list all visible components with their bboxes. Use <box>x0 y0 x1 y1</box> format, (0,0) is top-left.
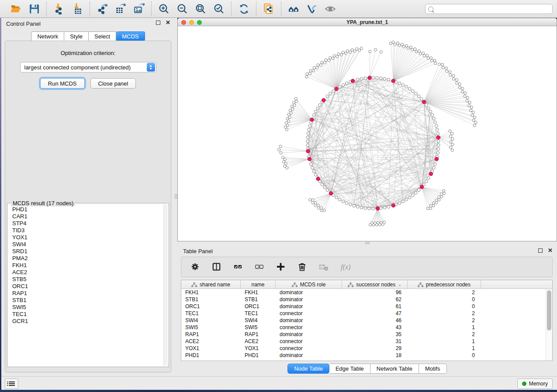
network-window-titlebar: YPA_prune.txt_1 <box>178 18 557 26</box>
zoom-out-icon[interactable] <box>176 3 188 15</box>
cell-mcds_role: dominator <box>276 331 342 338</box>
mcds-result-list[interactable]: PHD1CAR1STP4TID3YOX1SWI4SRD1PMA2FKH1ACE2… <box>8 206 163 366</box>
footer-tab-edge-table[interactable]: Edge Table <box>329 364 370 374</box>
vizmapper-icon[interactable] <box>306 3 318 15</box>
mcds-result-item[interactable]: GCR1 <box>8 318 163 325</box>
run-mcds-button[interactable]: Run MCDS <box>40 78 85 89</box>
window-zoom-icon[interactable] <box>197 20 202 25</box>
cell-shared_name: ACE2 <box>181 338 241 345</box>
table-toolbar: f(x) <box>181 257 553 277</box>
table-scrollbar-thumb[interactable] <box>547 290 551 330</box>
open-folder-icon[interactable] <box>10 3 22 15</box>
select-all-icon[interactable] <box>233 262 243 272</box>
table-row[interactable]: FKH1FKH1dominator962 <box>181 289 546 296</box>
table-row[interactable]: YOX1YOX1connector291 <box>181 345 546 352</box>
column-header-MCDS-role[interactable]: MCDS role <box>276 280 342 289</box>
tab-style[interactable]: Style <box>64 31 89 41</box>
cell-mcds_role: connector <box>276 345 342 352</box>
mcds-result-item[interactable]: YOX1 <box>8 234 163 241</box>
table-row[interactable]: TEC1TEC1connector472 <box>181 310 546 317</box>
table-row[interactable]: RAP1RAP1dominator352 <box>181 331 546 338</box>
column-header-shared-name[interactable]: shared name <box>181 280 241 289</box>
save-icon[interactable] <box>28 3 40 15</box>
cell-shared_name: TEC1 <box>181 310 241 317</box>
tab-mcds[interactable]: MCDS <box>116 31 145 41</box>
task-history-button[interactable] <box>5 378 18 389</box>
window-close-icon[interactable] <box>181 20 186 25</box>
add-icon[interactable] <box>276 262 286 272</box>
table-scrollbar[interactable] <box>546 289 552 361</box>
export-image-icon[interactable] <box>133 3 145 15</box>
column-header-successor-nodes[interactable]: successor nodes⌄ <box>342 280 408 289</box>
cell-predecessor_nodes: 0 <box>408 352 481 359</box>
cell-mcds_role: connector <box>276 324 342 331</box>
column-header-name[interactable]: name <box>241 280 276 289</box>
table-row[interactable]: ACE2ACE2connector311 <box>181 338 546 345</box>
search-network-icon[interactable] <box>287 3 300 15</box>
float-table-panel-icon[interactable] <box>538 248 543 253</box>
share-document-icon[interactable] <box>263 3 275 15</box>
application-window: Control Panel ✕ NetworkStyleSelectMCDS O… <box>0 0 557 392</box>
float-panel-icon[interactable] <box>156 21 160 25</box>
refresh-icon[interactable] <box>238 3 250 15</box>
mcds-list-scrollbar[interactable] <box>163 204 168 366</box>
table-panel-title: Table Panel <box>183 248 213 254</box>
search-input[interactable] <box>436 6 550 12</box>
mcds-result-item[interactable]: SRD1 <box>8 248 163 255</box>
tab-select[interactable]: Select <box>89 31 116 41</box>
table-row[interactable]: PHD1PHD1dominator180 <box>181 352 546 359</box>
zoom-in-icon[interactable] <box>158 3 170 15</box>
mcds-result-item[interactable]: ACE2 <box>8 269 163 276</box>
memory-button[interactable]: Memory <box>517 378 553 389</box>
window-minimize-icon[interactable] <box>189 20 194 25</box>
export-network-icon[interactable] <box>96 3 108 15</box>
footer-tab-motifs[interactable]: Motifs <box>419 364 447 374</box>
table-row[interactable]: SWI4SWI4dominator462 <box>181 317 546 324</box>
export-table-icon[interactable] <box>114 3 127 15</box>
network-canvas[interactable] <box>178 26 557 241</box>
deselect-all-icon[interactable] <box>254 262 265 272</box>
cell-shared_name: RAP1 <box>181 331 241 338</box>
cell-predecessor_nodes: 0 <box>408 303 481 310</box>
mcds-result-item[interactable]: SWI5 <box>8 304 163 311</box>
node-table: shared namenameMCDS rolesuccessor nodes⌄… <box>181 280 553 361</box>
mcds-result-item[interactable]: STP4 <box>8 220 163 227</box>
import-network-icon[interactable] <box>53 3 65 15</box>
mcds-result-item[interactable]: FKH1 <box>8 262 163 269</box>
zoom-selected-icon[interactable] <box>213 3 225 15</box>
mcds-result-item[interactable]: SWI4 <box>8 241 163 248</box>
import-table-icon[interactable] <box>71 3 83 15</box>
table-row[interactable]: ORC1ORC1dominator610 <box>181 303 546 310</box>
gear-icon[interactable] <box>190 262 201 272</box>
cell-shared_name: ORC1 <box>181 303 241 310</box>
footer-tab-node-table[interactable]: Node Table <box>287 364 329 374</box>
cell-name: SWI5 <box>241 324 276 331</box>
table-row[interactable]: STB1STB1dominator620 <box>181 296 546 303</box>
table-row[interactable]: SWI5SWI5connector431 <box>181 324 546 331</box>
zoom-fit-icon[interactable] <box>194 3 207 15</box>
table-footer-tabs: Node TableEdge TableNetwork TableMotifs <box>177 364 557 374</box>
mcds-result-item[interactable]: PMA2 <box>8 255 163 262</box>
close-panel-icon[interactable]: ✕ <box>166 21 170 25</box>
mcds-result-item[interactable]: STB5 <box>8 276 163 283</box>
search-box[interactable] <box>425 4 553 14</box>
mcds-result-item[interactable]: PHD1 <box>8 206 163 213</box>
close-table-panel-icon[interactable]: ✕ <box>548 248 553 253</box>
column-header-predecessor-nodes[interactable]: predecessor nodes <box>408 280 481 289</box>
mcds-result-item[interactable]: RAP1 <box>8 290 163 297</box>
delete-icon[interactable] <box>297 262 308 272</box>
mcds-result-item[interactable]: TID3 <box>8 227 163 234</box>
mcds-result-item[interactable]: ORC1 <box>8 283 163 290</box>
mcds-result-item[interactable]: STB1 <box>8 297 163 304</box>
mcds-result-item[interactable]: CAR1 <box>8 213 163 220</box>
criterion-dropdown[interactable]: largest connected component (undirected)… <box>20 62 156 72</box>
show-hide-icon[interactable] <box>324 3 336 15</box>
cell-successor_nodes: 96 <box>342 289 408 296</box>
columns-icon[interactable] <box>211 262 222 272</box>
tab-network[interactable]: Network <box>31 31 64 41</box>
mcds-result-item[interactable]: TEC1 <box>8 311 163 318</box>
close-panel-button[interactable]: Close panel <box>90 78 136 89</box>
cell-successor_nodes: 18 <box>342 352 408 359</box>
horizontal-splitter[interactable] <box>177 241 557 244</box>
footer-tab-network-table[interactable]: Network Table <box>370 364 419 374</box>
